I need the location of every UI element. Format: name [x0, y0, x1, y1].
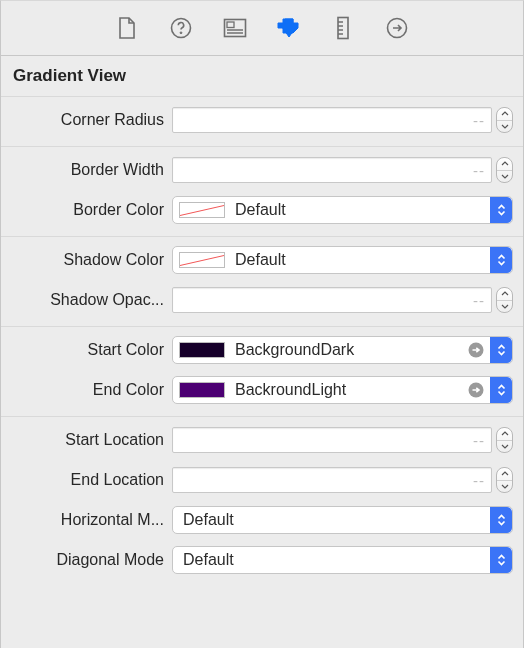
label-start-location: Start Location: [11, 431, 166, 449]
group-locations-modes: Start Location -- End Location -- Horizo…: [1, 417, 523, 586]
help-icon[interactable]: [167, 14, 195, 42]
popup-chevrons-icon: [490, 337, 512, 363]
label-start-color: Start Color: [11, 341, 166, 359]
connections-icon[interactable]: [383, 14, 411, 42]
label-shadow-opacity: Shadow Opac...: [11, 291, 166, 309]
corner-radius-field[interactable]: --: [172, 107, 492, 133]
chevron-down-icon[interactable]: [497, 441, 512, 453]
popup-chevrons-icon: [490, 547, 512, 573]
chevron-down-icon[interactable]: [497, 121, 512, 133]
diagonal-mode-popup[interactable]: Default: [172, 546, 513, 574]
size-icon[interactable]: [329, 14, 357, 42]
section-title: Gradient View: [1, 56, 523, 97]
attributes-icon[interactable]: [275, 14, 303, 42]
svg-rect-3: [227, 22, 234, 28]
shadow-color-popup[interactable]: Default: [172, 246, 513, 274]
chevron-up-icon[interactable]: [497, 288, 512, 301]
label-shadow-color: Shadow Color: [11, 251, 166, 269]
chevron-up-icon[interactable]: [497, 108, 512, 121]
horizontal-mode-popup[interactable]: Default: [172, 506, 513, 534]
identity-icon[interactable]: [221, 14, 249, 42]
svg-rect-4: [338, 18, 348, 39]
inspector-tabbar: [1, 1, 523, 56]
label-end-location: End Location: [11, 471, 166, 489]
start-location-field[interactable]: --: [172, 427, 492, 453]
color-well-start: [179, 342, 225, 358]
group-corner-radius: Corner Radius --: [1, 97, 523, 147]
file-icon[interactable]: [113, 14, 141, 42]
link-arrow-icon[interactable]: [466, 340, 486, 360]
chevron-up-icon[interactable]: [497, 428, 512, 441]
border-width-field[interactable]: --: [172, 157, 492, 183]
popup-chevrons-icon: [490, 247, 512, 273]
svg-point-1: [180, 32, 182, 34]
color-well-none: [179, 252, 225, 268]
label-end-color: End Color: [11, 381, 166, 399]
label-corner-radius: Corner Radius: [11, 111, 166, 129]
end-location-stepper[interactable]: [496, 467, 513, 493]
link-arrow-icon[interactable]: [466, 380, 486, 400]
start-location-stepper[interactable]: [496, 427, 513, 453]
inspector-panel: Gradient View Corner Radius -- Border Wi…: [0, 0, 524, 648]
color-well-end: [179, 382, 225, 398]
end-location-field[interactable]: --: [172, 467, 492, 493]
shadow-opacity-stepper[interactable]: [496, 287, 513, 313]
chevron-down-icon[interactable]: [497, 481, 512, 493]
group-shadow: Shadow Color Default Shadow Opac... --: [1, 237, 523, 327]
group-gradient-colors: Start Color BackgroundDark End Color: [1, 327, 523, 417]
label-border-color: Border Color: [11, 201, 166, 219]
color-well-none: [179, 202, 225, 218]
label-border-width: Border Width: [11, 161, 166, 179]
chevron-down-icon[interactable]: [497, 301, 512, 313]
popup-chevrons-icon: [490, 377, 512, 403]
popup-chevrons-icon: [490, 197, 512, 223]
shadow-opacity-field[interactable]: --: [172, 287, 492, 313]
chevron-down-icon[interactable]: [497, 171, 512, 183]
popup-chevrons-icon: [490, 507, 512, 533]
group-border: Border Width -- Border Color Default: [1, 147, 523, 237]
label-diagonal-mode: Diagonal Mode: [11, 551, 166, 569]
chevron-up-icon[interactable]: [497, 468, 512, 481]
start-color-popup[interactable]: BackgroundDark: [172, 336, 513, 364]
label-horizontal-mode: Horizontal M...: [11, 511, 166, 529]
border-width-stepper[interactable]: [496, 157, 513, 183]
end-color-popup[interactable]: BackroundLight: [172, 376, 513, 404]
border-color-popup[interactable]: Default: [172, 196, 513, 224]
corner-radius-stepper[interactable]: [496, 107, 513, 133]
chevron-up-icon[interactable]: [497, 158, 512, 171]
